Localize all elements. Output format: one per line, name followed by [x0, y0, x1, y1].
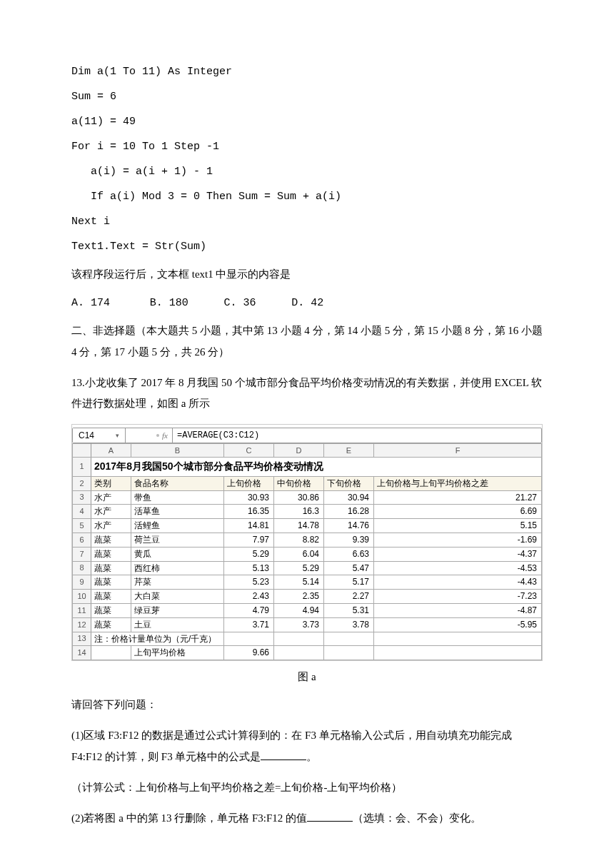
cell: 大白菜 — [131, 590, 224, 604]
empty-cell — [91, 646, 131, 660]
cell: 7.97 — [224, 533, 274, 547]
cell: 5.29 — [274, 561, 324, 575]
hdr-diff: 上旬价格与上旬平均价格之差 — [374, 476, 542, 490]
cell: -4.53 — [374, 561, 542, 575]
row-num: 9 — [73, 575, 91, 590]
option-b: B. 180 — [150, 296, 188, 311]
q1-post: 。 — [306, 751, 317, 762]
q2-text: (2)若将图 a 中的第 13 行删除，单元格 F3:F12 的值 — [71, 812, 307, 824]
avg-row: 14 上旬平均价格 9.66 — [73, 646, 542, 660]
code-line-4: For i = 10 To 1 Step -1 — [71, 139, 543, 154]
cell: 5.47 — [324, 561, 374, 575]
sub-question-1: (1)区域 F3:F12 的数据是通过公式计算得到的：在 F3 单元格输入公式后… — [71, 725, 543, 767]
active-cell-ref: C14 — [79, 430, 94, 442]
formula-input: =AVERAGE(C3:C12) — [173, 428, 541, 443]
table-row: 8蔬菜西红柿5.135.295.47-4.53 — [73, 561, 542, 575]
formula-bar: C14 ▾ fx =AVERAGE(C3:C12) — [72, 428, 542, 443]
table-row: 9蔬菜芹菜5.235.145.17-4.43 — [73, 575, 542, 590]
table-row: 5水产活鲤鱼14.8114.7814.765.15 — [73, 519, 542, 533]
cell: 14.78 — [274, 519, 324, 533]
cell: 荷兰豆 — [131, 533, 224, 547]
row-num: 8 — [73, 561, 91, 575]
q13-intro: 13.小龙收集了 2017 年 8 月我国 50 个城市部分食品平均价格变动情况… — [71, 373, 543, 415]
empty-cell — [324, 646, 374, 660]
cell: -4.87 — [374, 604, 542, 618]
row-num: 12 — [73, 617, 91, 632]
code-line-3: a(11) = 49 — [71, 114, 543, 129]
cell: 6.69 — [374, 505, 542, 519]
fill-blank — [261, 750, 306, 760]
col-A-header: A — [91, 444, 131, 458]
cell: 5.17 — [324, 575, 374, 590]
option-a: A. 174 — [71, 296, 110, 311]
cell: 带鱼 — [131, 490, 224, 505]
avg-label: 上旬平均价格 — [131, 646, 224, 660]
name-box: C14 ▾ — [73, 428, 126, 443]
table-row: 10蔬菜大白菜2.432.352.27-7.23 — [73, 590, 542, 604]
cell: 5.31 — [324, 604, 374, 618]
table-row: 3水产带鱼30.9330.8630.9421.27 — [73, 490, 542, 505]
cell: 30.86 — [274, 490, 324, 505]
row-num: 6 — [73, 533, 91, 547]
code-line-8: Text1.Text = Str(Sum) — [71, 239, 543, 254]
cell: 5.15 — [374, 519, 542, 533]
cell: 活草鱼 — [131, 505, 224, 519]
cell: -7.23 — [374, 590, 542, 604]
question-prompt: 该程序段运行后，文本框 text1 中显示的内容是 — [71, 264, 543, 285]
table-row: 7蔬菜黄瓜5.296.046.63-4.37 — [73, 547, 542, 561]
dropdown-icon: ▾ — [116, 431, 119, 440]
spreadsheet-grid: A B C D E F 1 2017年8月我国50个城市部分食品平均价格变动情况… — [72, 443, 542, 660]
cell: 9.39 — [324, 533, 374, 547]
note-cell: 注：价格计量单位为（元/千克） — [91, 632, 224, 646]
cell: 2.27 — [324, 590, 374, 604]
col-C-header: C — [224, 444, 274, 458]
table-row: 6蔬菜荷兰豆7.978.829.39-1.69 — [73, 533, 542, 547]
row-num: 11 — [73, 604, 91, 618]
hdr-early: 上旬价格 — [224, 476, 274, 490]
cell: 黄瓜 — [131, 547, 224, 561]
cell: 6.63 — [324, 547, 374, 561]
cell: 30.93 — [224, 490, 274, 505]
row-num: 7 — [73, 547, 91, 561]
header-row: 2 类别 食品名称 上旬价格 中旬价格 下旬价格 上旬价格与上旬平均价格之差 — [73, 476, 542, 490]
cell: 活鲤鱼 — [131, 519, 224, 533]
col-F-header: F — [374, 444, 542, 458]
hdr-cat: 类别 — [91, 476, 131, 490]
row-num: 14 — [73, 646, 91, 660]
cell: 蔬菜 — [91, 547, 131, 561]
cell: 绿豆芽 — [131, 604, 224, 618]
hdr-mid: 中旬价格 — [274, 476, 324, 490]
column-header-row: A B C D E F — [73, 444, 542, 458]
cell: 4.79 — [224, 604, 274, 618]
hdr-name: 食品名称 — [131, 476, 224, 490]
figure-caption: 图 a — [71, 670, 543, 685]
cell: 蔬菜 — [91, 575, 131, 590]
sheet-title: 2017年8月我国50个城市部分食品平均价格变动情况 — [91, 458, 542, 477]
cell: 西红柿 — [131, 561, 224, 575]
row-num: 4 — [73, 505, 91, 519]
cell: 3.71 — [224, 617, 274, 632]
fx-icon: fx — [162, 430, 168, 441]
empty-cell — [224, 632, 274, 646]
row-num: 1 — [73, 458, 91, 477]
code-line-7: Next i — [71, 214, 543, 229]
cell: 14.76 — [324, 519, 374, 533]
col-E-header: E — [324, 444, 374, 458]
empty-cell — [274, 632, 324, 646]
cell: 16.28 — [324, 505, 374, 519]
cell: 5.29 — [224, 547, 274, 561]
empty-cell — [274, 646, 324, 660]
hdr-late: 下旬价格 — [324, 476, 374, 490]
cell: -1.69 — [374, 533, 542, 547]
cell: 3.73 — [274, 617, 324, 632]
cell: 蔬菜 — [91, 533, 131, 547]
col-B-header: B — [131, 444, 224, 458]
cell: 6.04 — [274, 547, 324, 561]
cell: 芹菜 — [131, 575, 224, 590]
col-D-header: D — [274, 444, 324, 458]
option-c: C. 36 — [224, 296, 256, 311]
table-row: 4水产活草鱼16.3516.316.286.69 — [73, 505, 542, 519]
code-line-5: a(i) = a(i + 1) - 1 — [71, 164, 543, 179]
cell: 蔬菜 — [91, 561, 131, 575]
cell: 蔬菜 — [91, 617, 131, 632]
